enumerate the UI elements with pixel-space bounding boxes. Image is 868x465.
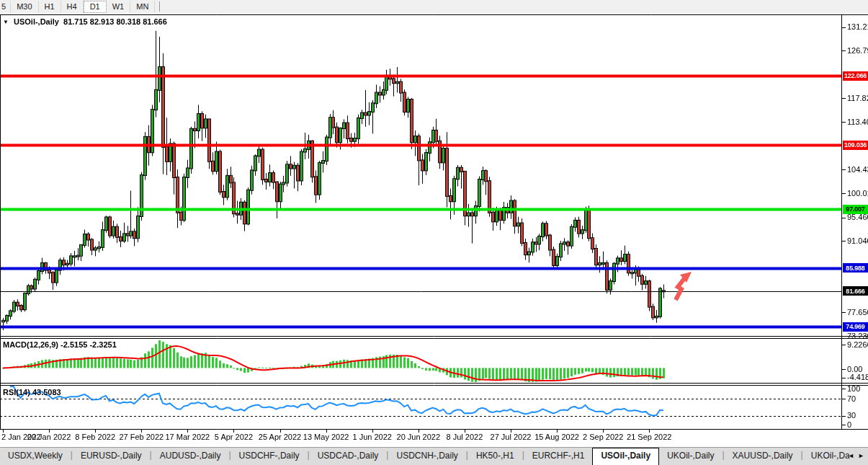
chart-tab-usdcnhdaily[interactable]: USDCNH-,Daily xyxy=(388,448,465,465)
price-level-badge: 81.666 xyxy=(843,286,868,296)
chart-tab-audusddaily[interactable]: AUDUSD-,Daily xyxy=(152,448,229,465)
date-label: 25 Apr 2022 xyxy=(259,433,301,441)
price-tick-label: 104.430 xyxy=(847,165,868,174)
date-label: 13 May 2022 xyxy=(303,433,349,441)
rsi-tick-label: 30 xyxy=(847,411,856,420)
date-label: 5 Apr 2022 xyxy=(215,433,253,441)
price-level-badge: 74.969 xyxy=(843,322,868,332)
date-label: 20 Jun 2022 xyxy=(397,433,441,441)
date-label: 21 Sep 2022 xyxy=(627,433,671,441)
price-level-badge: 122.066 xyxy=(843,71,868,81)
chart-dropdown-icon[interactable]: ▼ xyxy=(3,19,9,25)
price-tick-label: 126.790 xyxy=(847,46,868,55)
rsi-tick-label: 70 xyxy=(847,394,856,403)
price-level-badge: 97.007 xyxy=(843,205,868,214)
chart-tab-usdxweekly[interactable]: USDX,Weekly xyxy=(0,448,71,465)
date-label: 17 Mar 2022 xyxy=(165,433,210,441)
chart-symbol-label: USOil-,Daily xyxy=(14,17,59,26)
price-tick-label: 95.460 xyxy=(847,213,868,221)
macd-tick-label: -4.4188 xyxy=(847,373,868,381)
chart-tab-ukoildaily[interactable]: UKOil-,Daily xyxy=(659,448,722,465)
chart-tab-eurchfh1[interactable]: EURCHF-,H1 xyxy=(524,448,593,465)
chart-tab-usdchfdaily[interactable]: USDCHF-,Daily xyxy=(231,448,308,465)
price-tick-label: 117.820 xyxy=(847,94,868,102)
symbol-tab-bar: USDX,Weekly|EURUSD-,Daily|AUDUSD-,Daily|… xyxy=(0,447,868,465)
terminal-window: 5M30H1H4D1W1MN ▼ USOil-,Daily 81.715 82.… xyxy=(0,0,868,465)
chart-tab-hk50h1[interactable]: HK50-,H1 xyxy=(468,448,522,465)
tab-scroll-left-button[interactable]: ◄ xyxy=(848,452,854,459)
price-level-badge: 85.988 xyxy=(843,263,868,273)
rsi-tick-label: 0 xyxy=(847,420,851,429)
price-tick-label: 131.210 xyxy=(847,22,868,31)
date-label: 2 Sep 2022 xyxy=(583,433,623,441)
tab-scroll-right-button[interactable]: ► xyxy=(858,452,864,459)
price-level-badge: 109.036 xyxy=(843,141,868,150)
price-tick-label: 113.400 xyxy=(847,118,868,126)
date-label: 27 Jul 2022 xyxy=(491,433,532,441)
date-label: 1 Jun 2022 xyxy=(353,433,392,441)
date-label: 8 Feb 2022 xyxy=(75,433,115,441)
price-tick-label: 77.650 xyxy=(847,308,868,316)
chart-tab-eurusddaily[interactable]: EURUSD-,Daily xyxy=(73,448,150,465)
date-label: 15 Aug 2022 xyxy=(534,433,579,441)
rsi-tick-label: 100 xyxy=(847,384,860,393)
chart-canvas[interactable] xyxy=(0,0,868,465)
price-tick-label: 100.010 xyxy=(847,189,868,198)
chart-tab-usdcaddaily[interactable]: USDCAD-,Daily xyxy=(310,448,387,465)
date-label: 27 Feb 2022 xyxy=(119,433,164,441)
rsi-indicator-label: RSI(14) 43.5083 xyxy=(3,388,61,397)
macd-indicator-label: MACD(12,26,9) -2.5155 -2.3251 xyxy=(3,340,117,349)
macd-tick-label: 9.2266 xyxy=(847,340,868,349)
price-tick-label: 73.230 xyxy=(847,332,868,340)
chart-tab-usoildaily[interactable]: USOil-,Daily xyxy=(592,448,659,465)
chart-title: ▼ USOil-,Daily 81.715 82.913 80.318 81.6… xyxy=(3,17,167,26)
date-label: 8 Jul 2022 xyxy=(447,433,483,441)
date-label: 20 Jan 2022 xyxy=(27,433,71,441)
price-tick-label: 91.040 xyxy=(847,236,868,245)
chart-ohlc-values: 81.715 82.913 80.318 81.666 xyxy=(63,17,167,26)
chart-tab-xauusddaily[interactable]: XAUUSD-,Daily xyxy=(725,448,801,465)
